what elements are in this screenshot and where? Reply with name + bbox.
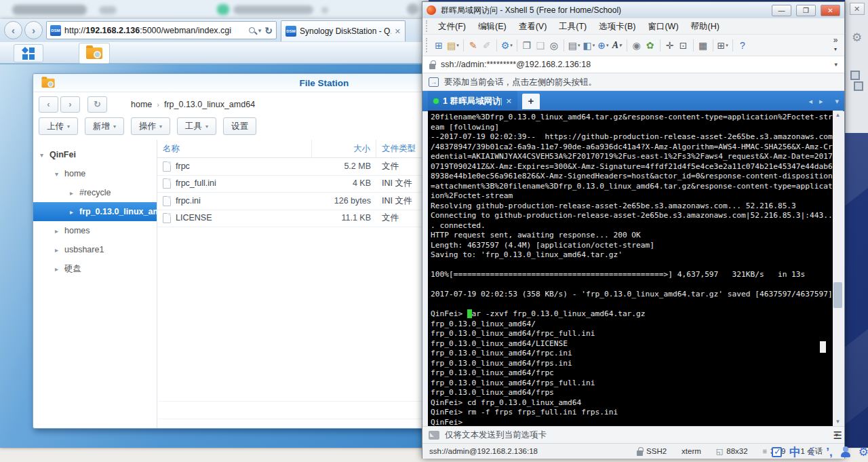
file-row[interactable]: frpc 5.2 MB 文件 — [157, 158, 429, 176]
xshell-titlebar[interactable]: 群晖局域网访问 - Xshell 5 (Free for Home/School… — [422, 2, 844, 18]
tray-quote-icon[interactable]: ’, — [826, 446, 832, 458]
tree-item-frp-folder[interactable]: ▸frp_0.13.0_linux_am — [33, 202, 157, 221]
open-folder-icon[interactable]: ▤▾ — [446, 38, 460, 53]
menu-item[interactable]: 查看(V) — [513, 18, 553, 35]
forward-button[interactable]: › — [60, 96, 80, 113]
breadcrumb-folder[interactable]: frp_0.13.0_linux_amd64 — [164, 100, 255, 109]
log-icon[interactable]: ◉▾ — [630, 38, 644, 53]
search-icon[interactable] — [249, 27, 255, 33]
toolbar-overflow-button[interactable]: »▾ — [830, 36, 841, 52]
terminal[interactable]: 20filename%3Dfrp_0.13.0_linux_amd64.tar.… — [428, 111, 833, 426]
menu-item[interactable]: 编辑(E) — [472, 18, 513, 35]
paste-icon[interactable]: ❑▾ — [534, 38, 547, 53]
toolbar-grip[interactable] — [426, 20, 428, 31]
tab-list-caret-icon[interactable]: ▾ — [835, 97, 839, 106]
column-header-size[interactable]: 大小 — [312, 140, 376, 158]
browser-back-button[interactable]: ‹ — [4, 21, 22, 39]
web-icon[interactable]: ⊕▾ — [596, 38, 610, 53]
tab-close-icon[interactable]: ✕ — [506, 97, 512, 106]
toolbar-button[interactable]: 上传▾ — [39, 117, 78, 135]
send-text-bar[interactable]: 仅将文本发送到当前选项卡 ▾ — [422, 426, 844, 443]
menu-item[interactable]: 文件(F) — [432, 18, 472, 35]
chevron-down-icon[interactable]: ▾ — [258, 27, 262, 34]
tree-item-disk[interactable]: ▸硬盘 — [33, 259, 157, 278]
column-header-name[interactable]: 名称 — [157, 140, 312, 158]
scrollbar-thumb[interactable] — [833, 282, 842, 308]
maximize-button[interactable]: ❐ — [796, 5, 816, 16]
menu-item[interactable]: 窗口(W) — [642, 18, 684, 35]
tree-arrow-icon[interactable]: ▸ — [55, 260, 64, 278]
browser-forward-button[interactable]: › — [24, 21, 43, 39]
gear-icon[interactable]: ⚙ — [859, 446, 868, 458]
toolbar-grip[interactable] — [426, 38, 428, 53]
shell-icon[interactable]: ✿▾ — [644, 38, 657, 53]
tree-arrow-icon[interactable]: ▸ — [55, 222, 64, 240]
chevron-down-icon[interactable]: ▾ — [834, 61, 837, 68]
scroll-down-icon[interactable]: ▼ — [833, 417, 843, 426]
print-icon[interactable]: ▤▾ — [567, 38, 582, 53]
terminal-scrollbar[interactable]: ▲ ▼ — [833, 111, 843, 426]
toolbar-button[interactable]: 新增▾ — [85, 117, 124, 135]
add-session-arrow-icon[interactable]: → — [429, 77, 439, 87]
file-row[interactable]: LICENSE 11.1 KB 文件 — [157, 210, 429, 228]
menu-hamburger-icon[interactable]: ☰ — [833, 430, 842, 440]
fullscreen-icon[interactable]: ✛▾ — [663, 38, 677, 53]
user-icon[interactable] — [840, 446, 851, 457]
menu-item[interactable]: 帮助(H) — [685, 18, 726, 35]
tree-item-homes[interactable]: ▸homes — [33, 221, 157, 240]
dsm-main-menu-button[interactable] — [14, 44, 43, 62]
tree-arrow-icon[interactable]: ▸ — [70, 184, 79, 202]
refresh-icon[interactable]: ↻ — [264, 25, 273, 36]
font-icon[interactable]: A▾ — [610, 38, 624, 53]
new-window-icon[interactable]: ⊞▾ — [716, 38, 730, 53]
file-station-titlebar[interactable]: File Station — [33, 74, 429, 92]
toolbar-button[interactable]: 设置▾ — [223, 117, 256, 135]
scroll-up-icon[interactable]: ▲ — [833, 111, 843, 119]
minimize-button[interactable]: — — [772, 5, 791, 16]
tray-checkbox-icon[interactable] — [772, 447, 782, 457]
menu-item[interactable]: 选项卡(B) — [593, 18, 642, 35]
tab-close-icon[interactable]: ✕ — [395, 27, 401, 36]
menu-item[interactable]: 工具(T) — [553, 18, 593, 35]
browser-address-bar[interactable]: DSM http://192.168.2.136:5000/webman/ind… — [46, 21, 277, 39]
help-icon[interactable]: ?▾ — [736, 38, 749, 53]
disconnect-icon[interactable]: ✐▾ — [480, 38, 494, 53]
background-close-icon[interactable]: ✕ — [850, 3, 865, 15]
reconnect-icon[interactable]: ✎▾ — [467, 38, 480, 53]
session-tab[interactable]: 1 群晖局域网访问 ✕ — [428, 91, 517, 111]
send-mode-icon[interactable] — [429, 431, 439, 440]
tree-item-usbshare1[interactable]: ▸usbshare1 — [33, 240, 157, 259]
tree-arrow-icon[interactable]: ▾ — [55, 165, 64, 183]
breadcrumb-home[interactable]: home — [131, 100, 152, 109]
session-properties-icon[interactable]: ⚙▾ — [500, 38, 514, 53]
moon-icon[interactable]: ☾ — [808, 446, 818, 458]
tree-arrow-icon[interactable]: ▸ — [55, 241, 64, 259]
tree-arrow-icon[interactable]: ▸ — [70, 203, 79, 221]
column-header-type[interactable]: 文件类型 — [376, 140, 429, 158]
lock-icon[interactable]: ⊡▾ — [677, 38, 690, 53]
tree-item-qinfei[interactable]: ▾QinFei — [33, 145, 157, 164]
close-button[interactable]: ✕ — [821, 5, 840, 16]
file-row[interactable]: frpc_full.ini 4 KB INI 文件 — [157, 176, 429, 193]
dsm-file-station-taskbar-button[interactable] — [79, 43, 110, 64]
refresh-button[interactable]: ↻ — [87, 96, 107, 113]
find-icon[interactable]: ◎▾ — [547, 38, 561, 53]
new-tab-button[interactable]: + — [522, 94, 540, 109]
copy-icon[interactable]: ❐▾ — [520, 38, 534, 53]
ime-chinese-icon[interactable]: 中 — [789, 446, 801, 458]
tab-scroll-right-icon[interactable]: ▸ — [819, 97, 823, 106]
back-button[interactable]: ‹ — [39, 96, 58, 113]
new-session-icon[interactable]: ⊞▾ — [432, 38, 446, 53]
tree-arrow-icon[interactable]: ▾ — [40, 146, 50, 164]
toolbar-button[interactable]: 操作▾ — [131, 117, 170, 135]
browser-tab[interactable]: DSM Synology DiskStation - Q... ✕ — [281, 20, 406, 41]
file-row[interactable]: frpc.ini 126 bytes INI 文件 — [157, 193, 429, 210]
tree-item-home[interactable]: ▾home — [33, 164, 157, 183]
toolbar-button[interactable]: 工具▾ — [177, 117, 216, 135]
layout-icon[interactable]: ◧▾ — [582, 38, 597, 53]
tree-item-recycle[interactable]: ▸#recycle — [33, 183, 157, 202]
tab-scroll-left-icon[interactable]: ◂ — [808, 97, 812, 106]
keyboard-icon[interactable]: ▦▾ — [696, 38, 710, 53]
session-address[interactable]: ssh://admin:*********@192.168.2.136:18 — [441, 60, 829, 69]
xshell-address-bar[interactable]: ssh://admin:*********@192.168.2.136:18 ▾ — [422, 56, 844, 73]
